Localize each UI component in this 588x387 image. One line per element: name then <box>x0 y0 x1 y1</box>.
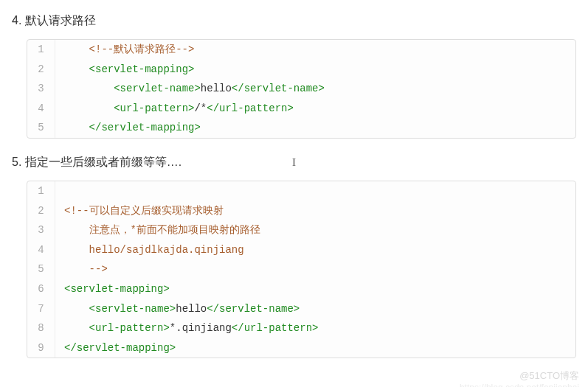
code-content: --> <box>55 259 108 279</box>
code-content: </servlet-mapping> <box>55 118 201 138</box>
line-number: 4 <box>27 240 55 260</box>
code-block-1: 1 <!--默认请求路径-->2 <servlet-mapping>3 <ser… <box>27 39 576 139</box>
code-token: hello/sajdlkajda.qinjiang <box>89 244 244 256</box>
code-token: </servlet-mapping> <box>64 342 176 354</box>
code-line: 4 hello/sajdlkajda.qinjiang <box>27 240 575 260</box>
line-number: 9 <box>27 338 55 358</box>
line-number: 4 <box>27 99 55 119</box>
line-number: 1 <box>27 40 55 60</box>
code-content: <servlet-name>hello</servlet-name> <box>55 79 325 99</box>
code-content: hello/sajdlkajda.qinjiang <box>55 240 244 260</box>
code-token: hello <box>176 303 207 315</box>
code-line: 6<servlet-mapping> <box>27 279 575 299</box>
code-token: </url-pattern> <box>207 102 294 114</box>
line-number: 5 <box>27 259 55 279</box>
code-token: <servlet-name> <box>114 83 201 94</box>
code-token: hello <box>201 83 232 94</box>
code-token: <url-pattern> <box>89 322 170 334</box>
code-content: <!--默认请求路径--> <box>55 40 194 60</box>
code-content: <servlet-mapping> <box>55 60 194 80</box>
code-line: 4 <url-pattern>/*</url-pattern> <box>27 99 575 119</box>
code-line: 3 <servlet-name>hello</servlet-name> <box>27 79 575 99</box>
code-content <box>55 181 64 201</box>
line-number: 3 <box>27 79 55 99</box>
code-block-2: 12<!--可以自定义后缀实现请求映射3 注意点，*前面不能加项目映射的路径4 … <box>27 181 576 358</box>
code-token: </url-pattern> <box>232 322 319 334</box>
code-token: </servlet-name> <box>207 303 300 315</box>
code-token: --> <box>89 263 108 275</box>
line-number: 5 <box>27 118 55 138</box>
watermark-main: @51CTO博客 <box>519 369 579 382</box>
code-token: *.qinjiang <box>170 322 232 334</box>
section-4: 4. 默认请求路径 1 <!--默认请求路径-->2 <servlet-mapp… <box>12 13 576 139</box>
code-line: 9</servlet-mapping> <box>27 338 575 358</box>
line-number: 6 <box>27 279 55 299</box>
code-line: 5 --> <box>27 259 575 279</box>
code-content: 注意点，*前面不能加项目映射的路径 <box>55 220 260 240</box>
code-line: 5 </servlet-mapping> <box>27 118 575 138</box>
line-number: 7 <box>27 299 55 319</box>
code-line: 3 注意点，*前面不能加项目映射的路径 <box>27 220 575 240</box>
code-line: 2<!--可以自定义后缀实现请求映射 <box>27 201 575 221</box>
code-token: <url-pattern> <box>114 102 194 114</box>
code-content: <!--可以自定义后缀实现请求映射 <box>55 201 224 221</box>
line-number: 3 <box>27 220 55 240</box>
code-content: <url-pattern>/*</url-pattern> <box>55 99 294 119</box>
code-token: /* <box>194 102 207 114</box>
code-line: 1 <!--默认请求路径--> <box>27 40 575 60</box>
line-number: 8 <box>27 318 55 338</box>
line-number: 2 <box>27 60 55 80</box>
section-4-title: 4. 默认请求路径 <box>12 13 576 29</box>
code-token: 注意点，*前面不能加项目映射的路径 <box>89 224 260 236</box>
code-line: 2 <servlet-mapping> <box>27 60 575 80</box>
code-content: <servlet-mapping> <box>55 279 170 299</box>
code-content: </servlet-mapping> <box>55 338 176 358</box>
code-content: <servlet-name>hello</servlet-name> <box>55 299 300 319</box>
code-token: <!--可以自定义后缀实现请求映射 <box>64 205 224 217</box>
code-token: <!--默认请求路径--> <box>89 43 195 55</box>
code-token: <servlet-mapping> <box>64 283 170 295</box>
code-content: <url-pattern>*.qinjiang</url-pattern> <box>55 318 318 338</box>
code-token: <servlet-name> <box>89 303 176 315</box>
line-number: 1 <box>27 181 55 201</box>
line-number: 2 <box>27 201 55 221</box>
code-token: </servlet-mapping> <box>89 122 201 133</box>
code-line: 1 <box>27 181 575 201</box>
code-line: 7 <servlet-name>hello</servlet-name> <box>27 299 575 319</box>
text-cursor-icon: I <box>292 156 296 169</box>
code-token: </servlet-name> <box>232 83 325 94</box>
code-line: 8 <url-pattern>*.qinjiang</url-pattern> <box>27 318 575 338</box>
code-token: <servlet-mapping> <box>89 63 195 75</box>
